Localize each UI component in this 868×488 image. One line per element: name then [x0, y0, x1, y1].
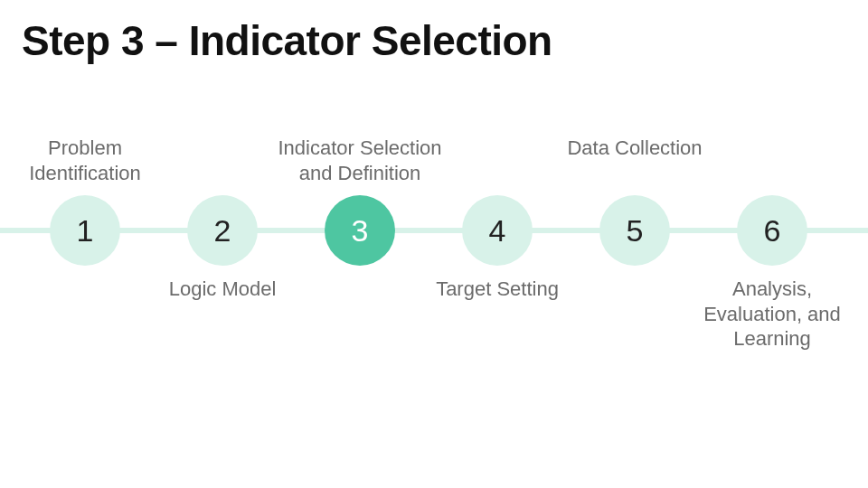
- step-circle-6: 6: [737, 195, 807, 266]
- timeline-steps: 123456: [0, 195, 868, 267]
- step-label-1: Problem Identification: [0, 136, 175, 185]
- slide-title: Step 3 – Indicator Selection: [22, 16, 552, 65]
- step-circle-5: 5: [599, 195, 670, 266]
- step-circle-2: 2: [187, 195, 258, 266]
- step-label-3: Indicator Selection and Definition: [269, 136, 450, 185]
- step-label-6: Analysis, Evaluation, and Learning: [682, 277, 863, 352]
- step-label-2: Logic Model: [132, 277, 313, 302]
- step-circle-3: 3: [325, 195, 395, 266]
- step-circle-1: 1: [50, 195, 120, 266]
- step-circle-4: 4: [462, 195, 533, 266]
- step-label-5: Data Collection: [544, 136, 725, 161]
- slide: Step 3 – Indicator Selection 123456 Prob…: [0, 0, 868, 488]
- step-label-4: Target Setting: [407, 277, 588, 302]
